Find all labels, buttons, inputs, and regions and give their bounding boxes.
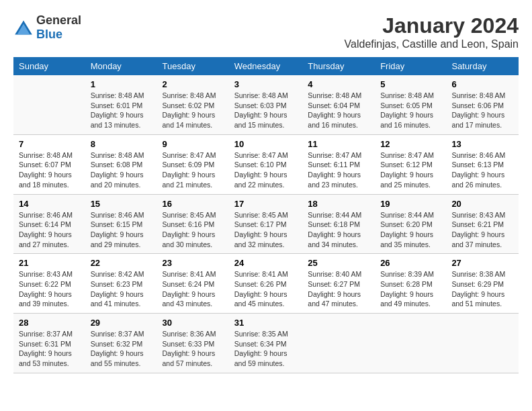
calendar-cell: 29Sunrise: 8:37 AMSunset: 6:32 PMDayligh… [85, 314, 157, 373]
cell-info: Sunrise: 8:44 AMSunset: 6:18 PMDaylight:… [308, 210, 369, 250]
calendar-cell: 19Sunrise: 8:44 AMSunset: 6:20 PMDayligh… [375, 194, 446, 254]
week-row-4: 21Sunrise: 8:43 AMSunset: 6:22 PMDayligh… [13, 254, 519, 314]
calendar-cell: 25Sunrise: 8:40 AMSunset: 6:27 PMDayligh… [302, 254, 375, 314]
calendar-cell: 30Sunrise: 8:36 AMSunset: 6:33 PMDayligh… [157, 314, 229, 373]
week-row-3: 14Sunrise: 8:46 AMSunset: 6:14 PMDayligh… [13, 194, 519, 254]
calendar-cell: 1Sunrise: 8:48 AMSunset: 6:01 PMDaylight… [85, 75, 157, 134]
day-number: 2 [163, 79, 224, 89]
cell-info: Sunrise: 8:48 AMSunset: 6:02 PMDaylight:… [163, 91, 224, 130]
page-header: General Blue January 2024 Valdefinjas, C… [13, 13, 519, 50]
cell-info: Sunrise: 8:41 AMSunset: 6:26 PMDaylight:… [234, 269, 298, 309]
calendar-cell: 24Sunrise: 8:41 AMSunset: 6:26 PMDayligh… [229, 254, 303, 314]
calendar-cell: 12Sunrise: 8:47 AMSunset: 6:12 PMDayligh… [375, 134, 446, 194]
cell-info: Sunrise: 8:48 AMSunset: 6:08 PMDaylight:… [91, 150, 152, 190]
cell-info: Sunrise: 8:42 AMSunset: 6:23 PMDaylight:… [91, 269, 152, 309]
calendar-cell: 26Sunrise: 8:39 AMSunset: 6:28 PMDayligh… [375, 254, 446, 314]
calendar-cell: 21Sunrise: 8:43 AMSunset: 6:22 PMDayligh… [13, 254, 85, 314]
cell-info: Sunrise: 8:41 AMSunset: 6:24 PMDaylight:… [163, 269, 224, 309]
logo-blue: Blue [36, 28, 62, 41]
logo-general: General [36, 13, 81, 27]
day-number: 28 [19, 318, 80, 328]
cell-info: Sunrise: 8:47 AMSunset: 6:12 PMDaylight:… [380, 150, 441, 190]
cell-info: Sunrise: 8:46 AMSunset: 6:15 PMDaylight:… [91, 210, 152, 250]
calendar-cell [13, 75, 85, 134]
day-number: 23 [163, 258, 224, 268]
calendar-cell: 3Sunrise: 8:48 AMSunset: 6:03 PMDaylight… [229, 75, 303, 134]
cell-info: Sunrise: 8:35 AMSunset: 6:34 PMDaylight:… [234, 329, 298, 369]
day-number: 1 [91, 79, 152, 89]
calendar-cell: 5Sunrise: 8:48 AMSunset: 6:05 PMDaylight… [375, 75, 446, 134]
day-number: 21 [19, 258, 80, 268]
day-number: 7 [19, 139, 80, 149]
cell-info: Sunrise: 8:45 AMSunset: 6:16 PMDaylight:… [163, 210, 224, 250]
week-row-5: 28Sunrise: 8:37 AMSunset: 6:31 PMDayligh… [13, 314, 519, 373]
day-number: 13 [451, 139, 513, 149]
day-number: 14 [19, 199, 80, 209]
calendar-cell: 6Sunrise: 8:48 AMSunset: 6:06 PMDaylight… [446, 75, 519, 134]
calendar-cell: 31Sunrise: 8:35 AMSunset: 6:34 PMDayligh… [229, 314, 303, 373]
cell-info: Sunrise: 8:40 AMSunset: 6:27 PMDaylight:… [308, 269, 369, 309]
calendar-cell: 22Sunrise: 8:42 AMSunset: 6:23 PMDayligh… [85, 254, 157, 314]
cell-info: Sunrise: 8:44 AMSunset: 6:20 PMDaylight:… [380, 210, 441, 250]
calendar-cell [302, 314, 375, 373]
header-thursday: Thursday [302, 57, 375, 75]
day-number: 5 [380, 79, 441, 89]
header-sunday: Sunday [13, 57, 85, 75]
day-number: 17 [234, 199, 298, 209]
day-number: 22 [91, 258, 152, 268]
day-number: 24 [234, 258, 298, 268]
calendar-cell: 13Sunrise: 8:46 AMSunset: 6:13 PMDayligh… [446, 134, 519, 194]
day-number: 31 [234, 318, 298, 328]
day-number: 26 [380, 258, 441, 268]
day-number: 8 [91, 139, 152, 149]
cell-info: Sunrise: 8:48 AMSunset: 6:07 PMDaylight:… [19, 150, 80, 190]
calendar-cell [375, 314, 446, 373]
cell-info: Sunrise: 8:48 AMSunset: 6:04 PMDaylight:… [308, 91, 369, 130]
calendar-cell: 17Sunrise: 8:45 AMSunset: 6:17 PMDayligh… [229, 194, 303, 254]
day-number: 30 [163, 318, 224, 328]
subtitle: Valdefinjas, Castille and Leon, Spain [345, 38, 519, 50]
calendar-cell: 2Sunrise: 8:48 AMSunset: 6:02 PMDaylight… [157, 75, 229, 134]
calendar-table: SundayMondayTuesdayWednesdayThursdayFrid… [13, 57, 519, 373]
week-row-2: 7Sunrise: 8:48 AMSunset: 6:07 PMDaylight… [13, 134, 519, 194]
main-title: January 2024 [345, 13, 519, 38]
calendar-cell: 8Sunrise: 8:48 AMSunset: 6:08 PMDaylight… [85, 134, 157, 194]
calendar-cell [446, 314, 519, 373]
day-number: 29 [91, 318, 152, 328]
header-friday: Friday [375, 57, 446, 75]
day-number: 6 [451, 79, 513, 89]
day-number: 9 [163, 139, 224, 149]
cell-info: Sunrise: 8:39 AMSunset: 6:28 PMDaylight:… [380, 269, 441, 309]
header-saturday: Saturday [446, 57, 519, 75]
cell-info: Sunrise: 8:47 AMSunset: 6:09 PMDaylight:… [163, 150, 224, 190]
day-number: 19 [380, 199, 441, 209]
day-number: 4 [308, 79, 369, 89]
calendar-cell: 27Sunrise: 8:38 AMSunset: 6:29 PMDayligh… [446, 254, 519, 314]
cell-info: Sunrise: 8:43 AMSunset: 6:22 PMDaylight:… [19, 269, 80, 309]
header-wednesday: Wednesday [229, 57, 303, 75]
calendar-cell: 11Sunrise: 8:47 AMSunset: 6:11 PMDayligh… [302, 134, 375, 194]
cell-info: Sunrise: 8:38 AMSunset: 6:29 PMDaylight:… [451, 269, 513, 309]
day-number: 3 [234, 79, 298, 89]
day-number: 18 [308, 199, 369, 209]
cell-info: Sunrise: 8:48 AMSunset: 6:05 PMDaylight:… [380, 91, 441, 130]
cell-info: Sunrise: 8:37 AMSunset: 6:31 PMDaylight:… [19, 329, 80, 369]
calendar-cell: 16Sunrise: 8:45 AMSunset: 6:16 PMDayligh… [157, 194, 229, 254]
day-number: 12 [380, 139, 441, 149]
day-number: 10 [234, 139, 298, 149]
cell-info: Sunrise: 8:43 AMSunset: 6:21 PMDaylight:… [451, 210, 513, 250]
calendar-cell: 4Sunrise: 8:48 AMSunset: 6:04 PMDaylight… [302, 75, 375, 134]
week-row-1: 1Sunrise: 8:48 AMSunset: 6:01 PMDaylight… [13, 75, 519, 134]
header-monday: Monday [85, 57, 157, 75]
cell-info: Sunrise: 8:48 AMSunset: 6:01 PMDaylight:… [91, 91, 152, 130]
calendar-cell: 23Sunrise: 8:41 AMSunset: 6:24 PMDayligh… [157, 254, 229, 314]
header-tuesday: Tuesday [157, 57, 229, 75]
cell-info: Sunrise: 8:48 AMSunset: 6:03 PMDaylight:… [234, 91, 298, 130]
calendar-header-row: SundayMondayTuesdayWednesdayThursdayFrid… [13, 57, 519, 75]
calendar-cell: 7Sunrise: 8:48 AMSunset: 6:07 PMDaylight… [13, 134, 85, 194]
calendar-cell: 10Sunrise: 8:47 AMSunset: 6:10 PMDayligh… [229, 134, 303, 194]
calendar-cell: 20Sunrise: 8:43 AMSunset: 6:21 PMDayligh… [446, 194, 519, 254]
title-section: January 2024 Valdefinjas, Castille and L… [345, 13, 519, 50]
day-number: 20 [451, 199, 513, 209]
day-number: 25 [308, 258, 369, 268]
